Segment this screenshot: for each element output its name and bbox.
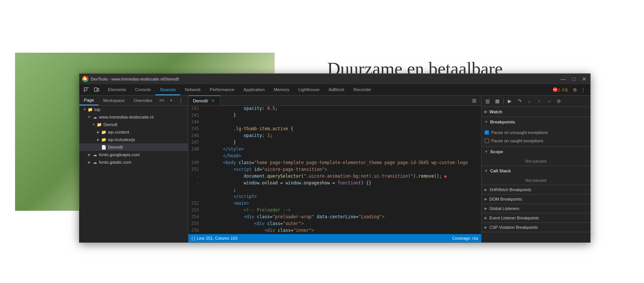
code-line-253: 253 <!-- Preloader -->	[188, 207, 481, 214]
sub-tabs-bar: Page Workspace Overrides >> + ⋮	[79, 96, 188, 106]
step-over-btn[interactable]: ↷	[515, 97, 524, 106]
settings-btn[interactable]: ⚙	[571, 86, 579, 94]
tree-item-fonts-gstatic[interactable]: ▶ ☁ fonts.gstatic.com	[79, 158, 188, 166]
tree-label-wp-includes: wp-includes/js	[108, 137, 135, 142]
tree-item-immedias[interactable]: ▼ ☁ www.Immedias-testlocatie.nl	[79, 113, 188, 121]
callstack-header[interactable]: ▼ Call Stack	[481, 166, 590, 176]
maximize-button[interactable]: □	[571, 76, 577, 82]
xhr-header[interactable]: ▶ XHR/fetch Breakpoints	[481, 185, 590, 194]
csp-label: CSP Violation Breakpoints	[489, 225, 538, 230]
debug-section-xhr: ▶ XHR/fetch Breakpoints	[481, 185, 590, 195]
subtab-more[interactable]: >>	[157, 96, 167, 105]
device-toolbar-btn[interactable]	[92, 86, 100, 94]
tree-label-demo8-file: Demo8/	[108, 145, 123, 149]
warning-icon: ⚠	[562, 87, 565, 92]
more-menu-btn[interactable]: ⋮	[579, 86, 587, 94]
file-tree-panel: Page Workspace Overrides >> + ⋮ ▼ 📁 top …	[79, 96, 188, 242]
status-curly-icon: { }	[191, 236, 195, 240]
cloud-icon-fonts-google: ☁	[92, 152, 97, 157]
tree-arrow-wp-content: ▶	[96, 130, 100, 134]
breakpoints-header[interactable]: ▼ Breakpoints	[481, 117, 590, 127]
scope-label: Scope	[490, 149, 503, 154]
xhr-label: XHR/fetch Breakpoints	[489, 187, 531, 192]
main-content: Page Workspace Overrides >> + ⋮ ▼ 📁 top …	[79, 96, 590, 242]
dom-header[interactable]: ▶ DOM Breakpoints	[481, 195, 590, 204]
code-tab-close-btn[interactable]: ✕	[210, 98, 216, 103]
code-line-246: 246 opacity: 1;	[188, 133, 481, 140]
debug-section-callstack: ▼ Call Stack Not paused	[481, 166, 590, 185]
resume-btn[interactable]: ▶	[505, 97, 514, 106]
tree-arrow-fonts-google: ▶	[87, 153, 91, 157]
tree-arrow-wp-includes: ▶	[96, 138, 100, 142]
tree-label-demo8: Demo8	[103, 122, 117, 127]
minimize-button[interactable]: —	[560, 76, 566, 82]
caught-label: Pause on caught exceptions	[491, 138, 543, 143]
scope-header[interactable]: ▼ Scope	[481, 147, 590, 157]
code-content[interactable]: 242 opacity: 0.5; 243 } 244	[188, 106, 481, 234]
code-line-247: 247 }	[188, 140, 481, 146]
debug-section-scope: ▼ Scope Not paused	[481, 147, 590, 166]
deactivate-btn[interactable]: ⊘	[554, 97, 563, 106]
svg-rect-0	[84, 88, 87, 90]
tree-item-wp-content[interactable]: ▶ 📁 wp-content	[79, 128, 188, 136]
tree-item-demo8[interactable]: ▼ 📁 Demo8	[79, 121, 188, 128]
tree-item-wp-includes[interactable]: ▶ 📁 wp-includes/js	[79, 136, 188, 143]
code-tab-demo8[interactable]: Demo8/ ✕	[188, 96, 220, 105]
dom-arrow: ▶	[485, 197, 487, 201]
split-editor-btn[interactable]: ▥	[483, 97, 492, 106]
breakpoint-caught[interactable]: Pause on caught exceptions	[485, 137, 587, 145]
title-bar-text: DevTools - www.Immedias-testlocatie.nl/D…	[91, 77, 560, 81]
folder-icon-wp-content: 📁	[101, 130, 106, 135]
step-out-btn[interactable]: ↑	[535, 97, 544, 106]
csp-header[interactable]: ▶ CSP Violation Breakpoints	[481, 223, 590, 232]
tree-item-demo8-file[interactable]: 📄 Demo8/	[79, 143, 188, 151]
tab-application[interactable]: Application	[239, 84, 269, 95]
new-snippet-btn[interactable]: +	[167, 96, 175, 105]
tab-recorder[interactable]: Recorder	[349, 84, 376, 95]
code-line-248: 248 </style>	[188, 146, 481, 153]
error-icon: ⛔	[553, 87, 558, 92]
step-into-btn[interactable]: ↓	[525, 97, 534, 106]
tab-performance[interactable]: Performance	[205, 84, 239, 95]
subtab-overrides[interactable]: Overrides	[129, 96, 157, 105]
tab-elements[interactable]: Elements	[103, 84, 131, 95]
inspect-element-btn[interactable]	[82, 86, 91, 94]
close-button[interactable]: ✕	[581, 76, 587, 82]
folder-icon-demo8: 📁	[97, 122, 102, 127]
filter-btn[interactable]: ⋮	[177, 96, 185, 105]
callstack-arrow: ▼	[485, 169, 488, 173]
code-line-255: 255 <div class="outer">	[188, 221, 481, 228]
tab-adblock[interactable]: AdBlock	[324, 84, 349, 95]
uncaught-label: Pause on uncaught exceptions	[491, 130, 548, 135]
global-header[interactable]: ▶ Global Listeners	[481, 204, 590, 213]
file-icon-demo8: 📄	[101, 145, 106, 150]
devtools-window: DevTools - www.Immedias-testlocatie.nl/D…	[79, 73, 591, 243]
tree-item-fonts-google[interactable]: ▶ ☁ fonts.googleapis.com	[79, 151, 188, 158]
split-pane-btn[interactable]: ▥	[470, 96, 478, 105]
breakpoints-body: ✓ Pause on uncaught exceptions Pause on …	[481, 127, 590, 146]
tree-label-fonts-google: fonts.googleapis.com	[99, 152, 140, 157]
event-header[interactable]: ▶ Event Listener Breakpoints	[481, 213, 590, 222]
subtab-page[interactable]: Page	[79, 96, 99, 105]
tree-item-top[interactable]: ▼ 📁 top	[79, 106, 188, 113]
caught-checkbox[interactable]	[485, 138, 489, 143]
xhr-arrow: ▶	[485, 188, 487, 192]
code-line-242: 242 opacity: 0.5;	[188, 106, 481, 113]
tree-label-immedias: www.Immedias-testlocatie.nl	[99, 115, 153, 119]
status-coverage: Coverage: n/a	[452, 236, 478, 240]
watch-header[interactable]: ▶ Watch	[481, 107, 590, 117]
event-arrow: ▶	[485, 216, 487, 220]
tab-memory[interactable]: Memory	[269, 84, 294, 95]
subtab-workspace[interactable]: Workspace	[99, 96, 129, 105]
tab-sources[interactable]: Sources	[155, 84, 180, 95]
breakpoint-uncaught[interactable]: ✓ Pause on uncaught exceptions	[485, 128, 587, 137]
callstack-label: Call Stack	[490, 169, 511, 173]
step-btn[interactable]: →	[544, 97, 553, 106]
code-line-249: 249 <body class="home page-template page…	[188, 160, 481, 167]
tab-lighthouse[interactable]: Lighthouse	[294, 84, 324, 95]
debug-section-breakpoints: ▼ Breakpoints ✓ Pause on uncaught except…	[481, 117, 590, 147]
panel-layout-btn[interactable]: ▦	[493, 97, 502, 106]
tab-console[interactable]: Console	[131, 84, 155, 95]
uncaught-checkbox[interactable]: ✓	[485, 130, 489, 135]
tab-network[interactable]: Network	[180, 84, 205, 95]
